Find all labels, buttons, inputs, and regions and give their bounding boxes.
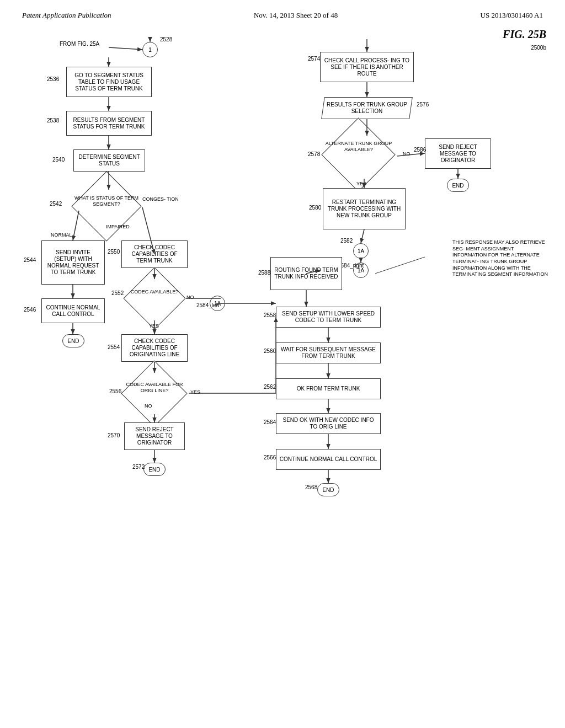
label-2570: 2570 (108, 432, 120, 438)
congestion-label: CONGES- TION (142, 196, 179, 202)
box-2536: GO TO SEGMENT STATUS TABLE TO FIND USAGE… (66, 67, 152, 97)
box-2558: SEND SETUP WITH LOWER SPEED CODEC TO TER… (276, 307, 381, 328)
label-2528: 2528 (160, 36, 172, 42)
label-2574: 2574 (308, 56, 320, 62)
diamond-2578: ALTERNATE TRUNK GROUP AVAILABLE? (320, 133, 397, 177)
svg-line-2 (109, 47, 142, 50)
end-2586: END (447, 179, 469, 192)
label-2538: 2538 (47, 117, 59, 124)
yes-2552-label: YES (149, 323, 159, 329)
page-header: Patent Application Publication Nov. 14, … (22, 11, 543, 20)
box-2554: CHECK CODEC CAPABILITIES OF ORIGINATING … (121, 334, 188, 362)
box-2586: SEND REJECT MESSAGE TO ORIGINATOR (425, 138, 491, 169)
label-2584-left: 2584_left (196, 302, 219, 308)
note-text: THIS RESPONSE MAY ALSO RETRIEVE SEG- MEN… (452, 239, 549, 278)
label-2578: 2578 (308, 151, 320, 157)
svg-line-22 (397, 153, 425, 156)
label-2560: 2560 (264, 348, 276, 354)
box-2544: SEND INVITE (SETUP) WITH NORMAL REQUEST … (41, 240, 105, 285)
end-2572: END (143, 463, 166, 476)
label-2564: 2564 (264, 419, 276, 425)
label-2550: 2550 (108, 249, 120, 255)
no-2556-label: NO (145, 403, 152, 409)
label-2546: 2546 (24, 307, 36, 313)
header-publication: Patent Application Publication (22, 11, 111, 20)
svg-line-35 (375, 257, 425, 274)
impaired-label: IMPAIRED (106, 224, 130, 229)
label-2540: 2540 (52, 157, 65, 163)
box-2564: SEND OK WITH NEW CODEC INFO TO ORIG LINE (276, 413, 381, 434)
box-2570: SEND REJECT MESSAGE TO ORIGINATOR (124, 422, 185, 450)
diamond-2552: CODEC AVAILABLE? (124, 279, 185, 318)
normal-label: NORMAL (51, 232, 72, 238)
label-2588: 2588 (258, 270, 270, 276)
label-2544: 2544 (24, 257, 36, 263)
label-2580: 2580 (309, 205, 321, 211)
box-2538: RESULTS FROM SEGMENT STATUS FOR TERM TRU… (66, 111, 152, 136)
label-2572: 2572 (132, 464, 145, 470)
diagram-area: FIG. 25B 2500b FROM FIG. 25A 1 2528 GO T… (22, 25, 552, 687)
end-2546: END (62, 334, 84, 347)
no-2578-label: NO (403, 151, 411, 157)
box-2576: RESULTS FOR TRUNK GROUP SELECTION (321, 97, 413, 119)
circle-2528: 1 (142, 42, 158, 57)
end-2568: END (317, 483, 339, 496)
from-fig-label: FROM FIG. 25A (60, 41, 99, 47)
label-2576: 2576 (417, 101, 429, 108)
label-2542: 2542 (50, 201, 62, 207)
label-2536: 2536 (47, 76, 59, 82)
box-2588: ROUTING FOUND TERM TRUNK INFO RECEIVED (270, 257, 342, 290)
page: Patent Application Publication Nov. 14, … (0, 0, 565, 728)
yes-2556-label: YES (190, 389, 200, 395)
fig-id-label: 2500b (531, 45, 546, 51)
box-2550: CHECK CODEC CAPABILITIES OF TERM TRUNK (121, 240, 188, 268)
box-2574: CHECK CALL PROCESS- ING TO SEE IF THERE … (320, 52, 414, 82)
fig-title: FIG. 25B (503, 28, 546, 41)
label-2562: 2562 (264, 384, 276, 390)
label-2558: 2558 (264, 312, 276, 318)
box-2540: DETERMINE SEGMENT STATUS (73, 149, 145, 172)
box-2546: CONTINUE NORMAL CALL CONTROL (41, 298, 105, 323)
box-2580: RESTART TERMINATING TRUNK PROCESSING WIT… (323, 188, 406, 229)
yes-2578-label: YES (356, 181, 366, 186)
label-2556: 2556 (109, 388, 121, 394)
box-2560: WAIT FOR SUBSEQUENT MESSAGE FROM TERM TR… (276, 342, 381, 363)
box-2562: OK FROM TERM TRUNK (276, 378, 381, 399)
no-2552-label: NO (186, 295, 194, 300)
header-date-sheet: Nov. 14, 2013 Sheet 20 of 48 (254, 11, 338, 20)
svg-line-25 (361, 229, 364, 243)
box-2566: CONTINUE NORMAL CALL CONTROL (276, 449, 381, 470)
diamond-2542: WHAT IS STATUS OF TERM SEGMENT? (71, 184, 142, 228)
label-2586: 2586 (414, 147, 426, 153)
label-2582: 2582 (340, 238, 353, 244)
label-2568: 2568 (305, 484, 317, 490)
label-2552: 2552 (111, 290, 124, 296)
diamond-2556: CODEC AVAILABLE FOR ORIG LINE? (121, 373, 188, 414)
circle-2582: 1A (353, 243, 369, 259)
label-2566: 2566 (264, 454, 276, 461)
label-2554: 2554 (108, 344, 120, 350)
header-patent-number: US 2013/0301460 A1 (481, 11, 543, 20)
